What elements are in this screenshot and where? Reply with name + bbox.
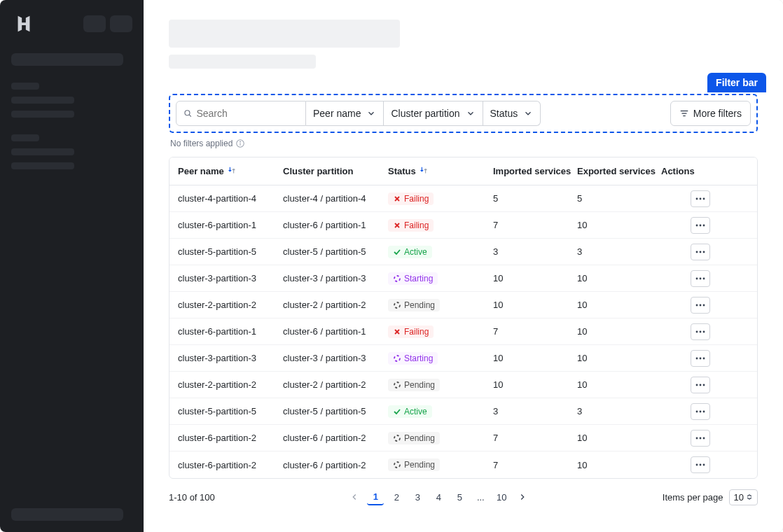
cell-cluster: cluster-6 / partition-1 [283, 220, 388, 230]
svg-point-40 [696, 437, 698, 439]
row-actions-button[interactable] [691, 350, 710, 367]
svg-point-7 [240, 141, 241, 142]
more-horizontal-icon [695, 384, 705, 386]
table-row: cluster-3-partition-3cluster-3 / partiti… [169, 345, 757, 372]
items-per-page-select[interactable]: 10 [729, 489, 758, 505]
sidebar-footer-skeleton [11, 508, 123, 521]
cell-cluster: cluster-3 / partition-3 [283, 273, 388, 284]
row-actions-button[interactable] [691, 217, 710, 234]
sidebar-item[interactable] [11, 111, 74, 118]
cell-peer: cluster-6-partition-2 [178, 433, 283, 443]
row-actions-button[interactable] [691, 190, 710, 207]
sidebar-item[interactable] [11, 97, 74, 104]
sidebar-pill[interactable] [110, 15, 132, 32]
filter-label: Status [490, 108, 518, 119]
svg-point-25 [696, 330, 698, 332]
table-row: cluster-2-partition-2cluster-2 / partiti… [169, 372, 757, 398]
cell-cluster: cluster-2 / partition-2 [283, 379, 388, 390]
cell-exported: 10 [577, 326, 661, 337]
table-row: cluster-5-partition-5cluster-5 / partiti… [169, 398, 757, 425]
more-horizontal-icon [695, 330, 705, 333]
row-actions-button[interactable] [691, 244, 710, 260]
cell-actions [661, 350, 710, 367]
more-horizontal-icon [695, 251, 705, 253]
cell-peer: cluster-3-partition-3 [178, 273, 283, 284]
cell-actions [661, 323, 710, 340]
column-exported[interactable]: Exported services [577, 166, 661, 176]
cell-cluster: cluster-6 / partition-2 [283, 460, 388, 470]
more-horizontal-icon [695, 224, 705, 227]
filter-cluster-partition[interactable]: Cluster partition [384, 101, 483, 126]
row-actions-button[interactable] [691, 270, 710, 287]
column-status[interactable]: Status [388, 165, 493, 177]
column-cluster-partition[interactable]: Cluster partition [283, 166, 388, 176]
cell-cluster: cluster-6 / partition-2 [283, 433, 388, 443]
cell-exported: 10 [577, 273, 661, 284]
row-actions-button[interactable] [691, 456, 710, 473]
table-header: Peer name Cluster partition Status Impor… [169, 158, 757, 186]
cell-cluster: cluster-5 / partition-5 [283, 406, 388, 416]
svg-point-27 [703, 330, 705, 332]
sidebar-item[interactable] [11, 162, 74, 169]
callout-label: Filter bar [707, 73, 766, 92]
page-number[interactable]: 2 [388, 489, 405, 505]
cell-peer: cluster-5-partition-5 [178, 406, 283, 416]
filter-label: Peer name [313, 108, 361, 119]
hashicorp-logo-icon [11, 11, 36, 36]
page-number[interactable]: 1 [367, 489, 384, 505]
cell-actions [661, 270, 710, 287]
svg-point-44 [696, 464, 698, 466]
cell-exported: 10 [577, 300, 661, 310]
main-content: Filter bar Peer name Cluster partition S… [144, 0, 783, 532]
column-peer-name[interactable]: Peer name [178, 165, 283, 177]
chevron-down-icon [366, 108, 376, 118]
page-number[interactable]: 3 [409, 489, 426, 505]
cell-status: Failing [388, 326, 493, 338]
pagination: 1-10 of 100 12345...10 Items per page 10 [169, 489, 758, 505]
more-horizontal-icon [695, 357, 705, 360]
cell-peer: cluster-3-partition-3 [178, 353, 283, 363]
page-next[interactable] [514, 489, 531, 505]
failing-icon [393, 195, 401, 203]
failing-icon [393, 221, 401, 230]
cell-peer: cluster-6-partition-1 [178, 220, 283, 230]
search-input[interactable] [196, 108, 298, 119]
starting-icon [393, 274, 401, 283]
row-actions-button[interactable] [691, 297, 710, 314]
svg-point-30 [700, 357, 702, 359]
row-actions-button[interactable] [691, 430, 710, 447]
page-number[interactable]: 5 [451, 489, 468, 505]
sidebar-section-label [11, 134, 39, 141]
search-input-wrapper[interactable] [176, 101, 306, 126]
filter-peer-name[interactable]: Peer name [306, 101, 384, 126]
svg-point-29 [696, 357, 698, 359]
sidebar-skeleton [11, 53, 123, 66]
sidebar-item[interactable] [11, 148, 74, 155]
row-actions-button[interactable] [691, 403, 710, 420]
active-icon [393, 248, 401, 256]
table-row: cluster-3-partition-3cluster-3 / partiti… [169, 265, 757, 292]
cell-actions [661, 217, 710, 234]
cell-actions [661, 377, 710, 393]
cell-status: Failing [388, 219, 493, 232]
filter-status[interactable]: Status [483, 101, 541, 126]
more-filters-button[interactable]: More filters [670, 101, 751, 126]
sort-icon [419, 165, 429, 177]
page-prev[interactable] [346, 489, 363, 505]
page-number[interactable]: 10 [493, 489, 510, 505]
cell-exported: 3 [577, 246, 661, 257]
sidebar-section-label [11, 83, 39, 90]
row-actions-button[interactable] [691, 323, 710, 340]
svg-point-22 [696, 304, 698, 306]
cell-imported: 10 [493, 379, 577, 390]
sort-icon [227, 165, 237, 177]
pagination-summary: 1-10 of 100 [169, 492, 215, 503]
column-imported[interactable]: Imported services [493, 166, 577, 176]
page-number[interactable]: 4 [430, 489, 447, 505]
data-table: Peer name Cluster partition Status Impor… [169, 157, 758, 479]
svg-point-32 [394, 382, 400, 388]
row-actions-button[interactable] [691, 377, 710, 393]
cell-status: Pending [388, 458, 493, 471]
svg-point-36 [696, 410, 698, 412]
sidebar-pill[interactable] [83, 15, 106, 32]
